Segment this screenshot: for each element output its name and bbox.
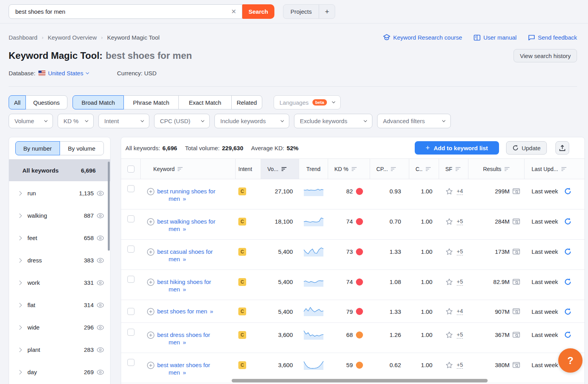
serp-features-link[interactable]: +4 [457, 308, 463, 315]
breadcrumb-keyword-overview[interactable]: Keyword Overview [48, 34, 97, 41]
star-icon[interactable] [445, 248, 453, 256]
keyword-group-item[interactable]: walking 887 [9, 204, 110, 227]
row-checkbox[interactable] [127, 276, 134, 283]
exclude-keywords-filter[interactable]: Exclude keywords [294, 114, 372, 128]
help-button[interactable]: ? [558, 348, 583, 373]
projects-button[interactable]: Projects [283, 5, 319, 18]
keyword-group-item[interactable]: dress 383 [9, 249, 110, 271]
sort-icon[interactable] [456, 167, 461, 171]
serp-preview-icon[interactable] [512, 331, 520, 339]
column-competition[interactable]: C.. [409, 159, 439, 179]
open-keyword-icon[interactable]: » [210, 308, 213, 315]
by-number-toggle[interactable]: By number [15, 141, 60, 155]
add-keyword-icon[interactable] [147, 248, 154, 256]
star-icon[interactable] [445, 218, 453, 226]
kd-filter[interactable]: KD % [58, 114, 94, 128]
eye-icon[interactable] [96, 279, 104, 287]
open-keyword-icon[interactable]: » [183, 256, 186, 262]
column-results[interactable]: Results [468, 159, 524, 179]
row-checkbox[interactable] [127, 185, 134, 192]
star-icon[interactable] [445, 187, 453, 195]
serp-features-link[interactable]: +5 [457, 248, 463, 255]
keyword-group-item[interactable]: work 331 [9, 271, 110, 294]
sort-icon[interactable] [281, 167, 287, 171]
keyword-link[interactable]: best walking shoes for men [157, 218, 215, 232]
star-icon[interactable] [445, 308, 453, 315]
all-keywords-row[interactable]: All keywords 6,696 [9, 159, 110, 181]
sort-icon[interactable] [178, 167, 183, 171]
cpc-filter[interactable]: CPC (USD) [154, 114, 210, 128]
keyword-link[interactable]: best running shoes for men [157, 188, 215, 202]
column-serp-features[interactable]: SF [439, 159, 468, 179]
tab-broad-match[interactable]: Broad Match [73, 95, 124, 109]
include-keywords-filter[interactable]: Include keywords [214, 114, 289, 128]
refresh-keyword-icon[interactable] [564, 308, 572, 315]
eye-icon[interactable] [96, 324, 104, 331]
open-keyword-icon[interactable]: » [183, 339, 186, 346]
keyword-group-item[interactable]: wide 296 [9, 316, 110, 339]
eye-icon[interactable] [96, 346, 104, 354]
intent-filter[interactable]: Intent [98, 114, 149, 128]
volume-filter[interactable]: Volume [9, 114, 53, 128]
clear-search-icon[interactable]: ✕ [231, 8, 236, 15]
open-keyword-icon[interactable]: » [183, 195, 186, 202]
open-keyword-icon[interactable]: » [183, 369, 186, 376]
keyword-research-course-link[interactable]: Keyword Research course [383, 34, 462, 41]
serp-preview-icon[interactable] [512, 218, 520, 225]
sort-icon[interactable] [391, 167, 396, 171]
add-keyword-icon[interactable] [147, 331, 154, 339]
keyword-group-item[interactable]: plant 283 [9, 339, 110, 361]
tab-all[interactable]: All [9, 95, 26, 109]
eye-icon[interactable] [96, 234, 104, 242]
row-checkbox[interactable] [127, 215, 134, 222]
serp-preview-icon[interactable] [512, 248, 520, 255]
refresh-keyword-icon[interactable] [564, 248, 572, 255]
column-last-update[interactable]: Last Upd... [524, 159, 584, 179]
horizontal-scrollbar[interactable] [232, 379, 488, 382]
eye-icon[interactable] [96, 257, 104, 264]
update-button[interactable]: Update [506, 141, 547, 155]
languages-dropdown[interactable]: Languages beta [274, 95, 341, 109]
sort-icon[interactable] [505, 167, 510, 171]
add-keyword-icon[interactable] [147, 218, 154, 226]
user-manual-link[interactable]: User manual [474, 34, 517, 41]
keyword-group-item[interactable]: feet 658 [9, 227, 110, 249]
serp-features-link[interactable]: +5 [457, 362, 463, 369]
star-icon[interactable] [445, 361, 453, 369]
search-button[interactable]: Search [242, 4, 274, 19]
tab-questions[interactable]: Questions [25, 95, 67, 109]
sort-icon[interactable] [561, 167, 566, 171]
serp-preview-icon[interactable] [512, 188, 520, 195]
view-search-history-button[interactable]: View search history [514, 49, 577, 62]
row-checkbox[interactable] [127, 359, 134, 366]
refresh-keyword-icon[interactable] [564, 218, 572, 225]
eye-icon[interactable] [96, 368, 104, 376]
by-volume-toggle[interactable]: By volume [60, 141, 104, 155]
serp-features-link[interactable]: +4 [457, 188, 463, 195]
search-input[interactable]: best shoes for men ✕ [9, 4, 242, 19]
tab-exact-match[interactable]: Exact Match [178, 95, 232, 109]
add-keyword-icon[interactable] [147, 362, 154, 369]
add-to-keyword-list-button[interactable]: +Add to keyword list [415, 141, 499, 155]
refresh-keyword-icon[interactable] [564, 278, 572, 286]
tab-related[interactable]: Related [231, 95, 262, 109]
row-checkbox[interactable] [127, 308, 134, 315]
row-checkbox[interactable] [127, 329, 134, 336]
add-keyword-icon[interactable] [147, 308, 154, 315]
tab-phrase-match[interactable]: Phrase Match [123, 95, 179, 109]
export-button[interactable] [555, 141, 569, 155]
column-kd[interactable]: KD % [328, 159, 370, 179]
open-keyword-icon[interactable]: » [183, 226, 186, 232]
send-feedback-link[interactable]: Send feedback [528, 34, 577, 41]
search-input-value[interactable]: best shoes for men [15, 8, 231, 15]
column-cpc[interactable]: CP... [370, 159, 409, 179]
eye-icon[interactable] [96, 301, 104, 309]
select-all-checkbox[interactable] [127, 166, 134, 173]
serp-preview-icon[interactable] [512, 308, 520, 315]
row-checkbox[interactable] [127, 246, 134, 253]
column-keyword[interactable]: Keyword [141, 159, 236, 179]
star-icon[interactable] [445, 278, 453, 286]
refresh-keyword-icon[interactable] [564, 187, 572, 195]
serp-features-link[interactable]: +5 [457, 331, 463, 339]
keyword-group-item[interactable]: flat 314 [9, 294, 110, 316]
